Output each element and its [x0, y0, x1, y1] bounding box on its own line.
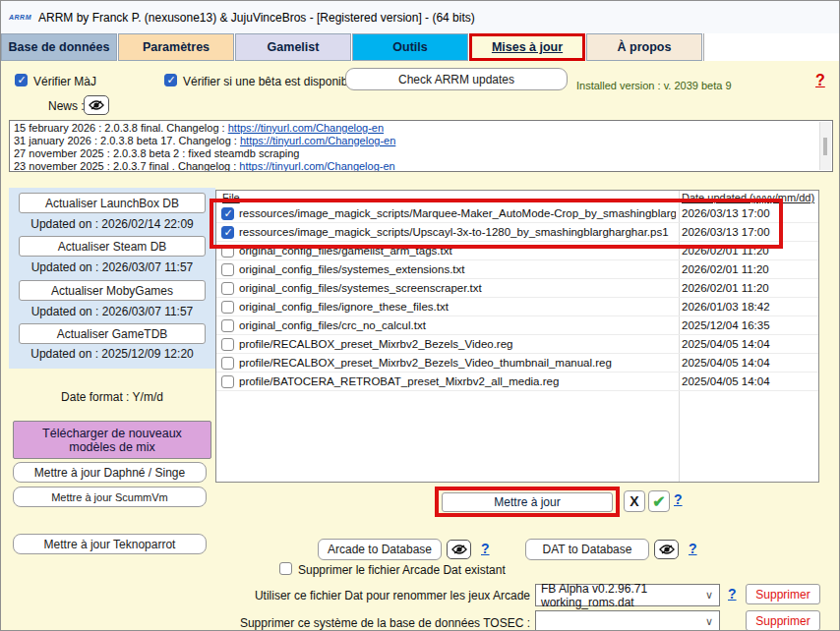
file-name: profile/BATOCERA_RETROBAT_preset_Mixrbv2…: [239, 375, 676, 387]
gametdb-updated-text: Updated on : 2025/12/09 12:20: [9, 347, 215, 361]
changelog-link[interactable]: https://tinyurl.com/Changelog-en: [228, 122, 384, 134]
actualiser-launchbox-button[interactable]: Actualiser LaunchBox DB: [19, 193, 206, 213]
file-date: 2025/04/05 14:04: [682, 338, 770, 350]
actualiser-gametdb-button[interactable]: Actualiser GameTDB: [19, 323, 206, 344]
mobygames-updated-text: Updated on : 2026/03/07 11:57: [9, 305, 215, 318]
news-label: News :: [48, 99, 85, 113]
delete-arcade-dat-checkbox[interactable]: [279, 562, 292, 575]
file-name: original_config_files/systemes_extension…: [239, 263, 676, 275]
app-window: ARRM ARRM by Franck P. (nexusone13) & Ju…: [0, 0, 840, 631]
update-scummvm-button[interactable]: Mettre à jour ScummVm: [13, 487, 207, 507]
dat-file-label: Utiliser ce fichier Dat pour renommer le…: [70, 589, 530, 602]
news-textbox[interactable]: 15 february 2026 : 2.0.3.8 final. Change…: [9, 120, 833, 172]
date-format-text: Date format : Y/m/d: [9, 390, 215, 404]
file-name: original_config_files/crc_no_calcul.txt: [239, 319, 676, 331]
help-link-dat[interactable]: ?: [689, 541, 697, 556]
installed-version-text: Installed version : v. 2039 beta 9: [576, 80, 732, 91]
file-date: 2026/02/01 11:20: [682, 263, 769, 275]
file-name: profile/RECALBOX_preset_Mixrbv2_Bezels_V…: [239, 338, 676, 350]
dat-visibility-button[interactable]: [654, 540, 679, 559]
download-mix-models-button[interactable]: Télécharger de nouveaux modèles de mix: [13, 421, 211, 459]
table-row[interactable]: profile/RECALBOX_preset_Mixrbv2_Bezels_V…: [216, 354, 818, 373]
supprimer-dat-button[interactable]: Supprimer: [746, 584, 820, 604]
table-row[interactable]: original_config_files/ignore_these_files…: [216, 298, 818, 316]
tab-parametres[interactable]: Paramètres: [118, 33, 234, 61]
table-row[interactable]: profile/BATOCERA_RETROBAT_preset_Mixrbv2…: [216, 373, 818, 391]
help-link-top[interactable]: ?: [815, 72, 825, 89]
file-date: 2026/01/03 18:42: [682, 301, 770, 313]
delete-arcade-dat-label: Supprimer le fichier Arcade Dat existant: [298, 563, 506, 577]
help-link-update[interactable]: ?: [674, 491, 683, 507]
news-line: 23 november 2025 : 2.0.3.7 final . Chang…: [14, 160, 816, 172]
cancel-x-button[interactable]: X: [624, 490, 645, 512]
verify-beta-checkbox[interactable]: [164, 74, 177, 86]
row-checkbox[interactable]: [221, 357, 234, 370]
eye-icon: [451, 544, 467, 555]
tab-base-de-donnees[interactable]: Base de données: [1, 33, 117, 61]
file-date: 2025/04/05 14:04: [682, 357, 770, 369]
table-row[interactable]: original_config_files/systemes_screenscr…: [216, 279, 818, 298]
eye-icon: [659, 544, 675, 555]
annotation-rows-highlight: [210, 199, 783, 249]
update-daphne-button[interactable]: Mettre à jour Daphné / Singe: [13, 462, 207, 483]
tosec-combobox[interactable]: ∨: [535, 610, 720, 631]
file-date: 2025/04/05 14:04: [682, 375, 770, 387]
tab-mises-a-jour[interactable]: Mises à jour: [469, 33, 585, 61]
changelog-link[interactable]: https://tinyurl.com/Changelog-en: [240, 135, 395, 146]
file-name: profile/RECALBOX_preset_Mixrbv2_Bezels_V…: [239, 357, 676, 369]
help-link-arcade[interactable]: ?: [481, 541, 490, 556]
actualiser-mobygames-button[interactable]: Actualiser MobyGames: [19, 280, 206, 301]
row-checkbox[interactable]: [221, 375, 234, 388]
dat-file-combobox[interactable]: FB Alpha v0.2.96.71 working_roms.dat ∨: [535, 584, 720, 606]
row-checkbox[interactable]: [221, 338, 234, 351]
row-checkbox[interactable]: [221, 301, 234, 314]
launchbox-updated-text: Updated on : 2026/02/14 22:09: [9, 217, 215, 231]
arcade-visibility-button[interactable]: [447, 540, 471, 559]
check-arrm-updates-button[interactable]: Check ARRM updates: [345, 68, 568, 90]
annotation-update-highlight: Mettre à jour: [435, 487, 620, 517]
row-checkbox[interactable]: [221, 282, 234, 295]
tab-outils[interactable]: Outils: [352, 33, 468, 61]
verify-beta-label: Vérifier si une bêta est disponible: [183, 75, 357, 88]
chevron-down-icon: ∨: [705, 589, 713, 602]
steam-updated-text: Updated on : 2026/03/07 11:57: [9, 260, 215, 274]
confirm-check-button[interactable]: ✔: [648, 490, 670, 512]
app-logo-icon: ARRM: [9, 14, 31, 21]
check-icon: ✔: [652, 492, 665, 511]
row-checkbox[interactable]: [221, 263, 234, 276]
verify-maj-checkbox[interactable]: [15, 74, 28, 86]
file-name: original_config_files/systemes_screenscr…: [239, 282, 676, 294]
news-line: 15 february 2026 : 2.0.3.8 final. Change…: [14, 122, 816, 135]
changelog-link[interactable]: https://tinyurl.com/Changelog-en: [239, 160, 394, 172]
news-line: 31 january 2026 : 2.0.3.8 beta 17. Chang…: [14, 135, 816, 147]
tab-separator: [703, 33, 704, 61]
table-row[interactable]: profile/RECALBOX_preset_Mixrbv2_Bezels_V…: [216, 335, 818, 354]
table-row[interactable]: original_config_files/systemes_extension…: [216, 260, 818, 279]
row-checkbox[interactable]: [221, 319, 234, 332]
chevron-down-icon: ∨: [705, 615, 713, 628]
news-line: 27 november 2025 : 2.0.3.8 beta 2 : fixe…: [14, 147, 816, 160]
supprimer-tosec-button[interactable]: Supprimer: [746, 610, 820, 631]
tab-a-propos[interactable]: À propos: [586, 33, 702, 61]
title-bar: ARRM ARRM by Franck P. (nexusone13) & Ju…: [1, 1, 840, 33]
tab-gamelist[interactable]: Gamelist: [235, 33, 351, 61]
update-teknoparrot-button[interactable]: Mettre à jour Teknoparrot: [13, 534, 207, 554]
mettre-a-jour-button[interactable]: Mettre à jour: [442, 492, 613, 512]
table-row[interactable]: original_config_files/crc_no_calcul.txt2…: [216, 316, 818, 335]
file-date: 2026/02/01 11:20: [682, 282, 769, 294]
dat-to-database-button[interactable]: DAT to Database: [525, 539, 649, 560]
tosec-label: Supprimer ce système de la base de donné…: [40, 616, 530, 630]
verify-maj-label: Vérifier MàJ: [33, 75, 96, 88]
news-visibility-button[interactable]: [84, 95, 109, 115]
eye-icon: [89, 99, 104, 111]
arcade-to-database-button[interactable]: Arcade to Database: [318, 539, 442, 560]
help-link-dat-file[interactable]: ?: [728, 586, 737, 602]
tab-bar: Base de données Paramètres Gamelist Outi…: [1, 33, 840, 61]
dat-file-value: FB Alpha v0.2.96.71 working_roms.dat: [541, 582, 699, 609]
window-title: ARRM by Franck P. (nexusone13) & JujuVin…: [38, 11, 475, 25]
file-date: 2025/12/04 16:35: [682, 319, 770, 331]
news-scrollbar[interactable]: [819, 122, 831, 170]
file-name: original_config_files/ignore_these_files…: [239, 301, 676, 313]
actualiser-steam-button[interactable]: Actualiser Steam DB: [19, 236, 206, 257]
